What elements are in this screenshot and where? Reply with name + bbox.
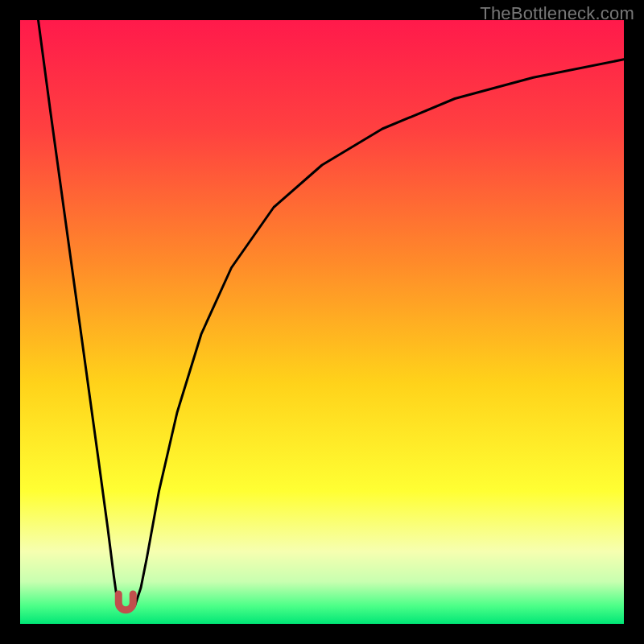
chart-svg bbox=[20, 20, 624, 624]
chart-background bbox=[20, 20, 624, 624]
chart-plot-area bbox=[20, 20, 624, 624]
outer-black-frame: TheBottleneck.com bbox=[0, 0, 644, 644]
watermark-text: TheBottleneck.com bbox=[480, 3, 634, 24]
